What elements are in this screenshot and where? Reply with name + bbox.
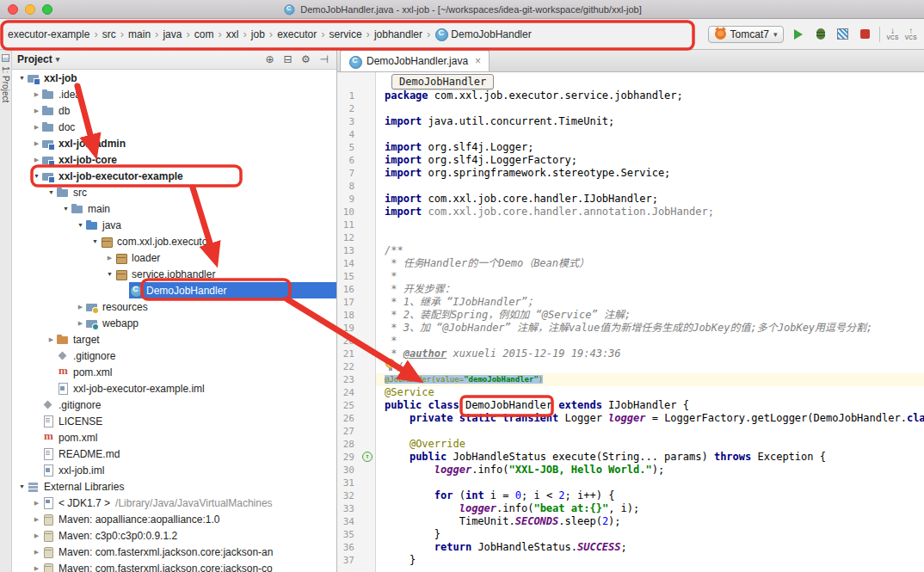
chevron-collapsed-icon[interactable]: ▶ <box>32 516 41 523</box>
run-button[interactable] <box>790 26 806 42</box>
gutter-line-number[interactable]: 23 <box>337 373 375 386</box>
breadcrumb-item[interactable]: service <box>327 27 365 42</box>
close-tab-icon[interactable]: × <box>475 55 481 67</box>
tree-item[interactable]: ▶loader <box>12 249 336 266</box>
gutter-line-number[interactable]: 27 <box>337 425 375 438</box>
tree-item[interactable]: ▼service.jobhandler <box>12 266 336 282</box>
gutter-line-number[interactable]: 14 <box>337 257 375 270</box>
code-line[interactable] <box>376 218 924 231</box>
gutter-line-number[interactable]: 17 <box>337 296 375 309</box>
code-line[interactable]: private static transient Logger logger =… <box>376 412 924 425</box>
gutter-line-number[interactable]: 2 <box>337 102 375 115</box>
tree-item[interactable]: .gitignore <box>12 397 336 413</box>
settings-gear-icon[interactable]: ⚙ <box>299 53 313 65</box>
code-line[interactable] <box>376 128 924 141</box>
code-line[interactable]: /** <box>376 244 924 257</box>
chevron-expanded-icon[interactable]: ▼ <box>90 238 100 244</box>
tree-item[interactable]: ▼main <box>12 200 336 217</box>
code-line[interactable]: * 1、继承 “IJobHandler”； <box>376 296 924 309</box>
code-line[interactable]: import com.xxl.job.core.handler.annotati… <box>376 206 924 218</box>
locate-file-icon[interactable]: ⊕ <box>262 53 277 65</box>
gutter-line-number[interactable]: 13 <box>337 244 375 257</box>
chevron-collapsed-icon[interactable]: ▶ <box>76 320 85 327</box>
breadcrumb-item[interactable]: jobhandler <box>372 27 425 42</box>
code-line[interactable] <box>376 477 924 489</box>
tree-item[interactable]: ▶xxl-job-admin <box>12 135 336 151</box>
gutter-line-number[interactable]: 37 <box>337 554 375 567</box>
project-view-dropdown[interactable]: Project ▾ <box>17 53 59 65</box>
breadcrumb-item[interactable]: java <box>160 27 184 42</box>
close-window-button[interactable] <box>8 4 18 15</box>
chevron-collapsed-icon[interactable]: ▶ <box>32 140 41 147</box>
override-marker-icon[interactable]: ↑ <box>362 452 373 462</box>
gutter-line-number[interactable]: 9 <box>337 193 375 206</box>
gutter-line-number[interactable]: 20 <box>337 335 375 348</box>
chevron-collapsed-icon[interactable]: ▶ <box>46 336 56 343</box>
code-line[interactable]: @JobHander(value="demoJobHandler") <box>376 373 924 386</box>
gutter-line-number[interactable]: 12 <box>337 231 375 244</box>
tree-item[interactable]: LICENSE <box>12 413 336 429</box>
debug-button[interactable] <box>812 26 829 42</box>
vcs-update-button[interactable]: ↓ VCS <box>886 27 898 41</box>
tree-item[interactable]: ▶resources <box>12 298 336 315</box>
chevron-collapsed-icon[interactable]: ▶ <box>32 532 41 539</box>
chevron-expanded-icon[interactable]: ▼ <box>46 189 56 195</box>
code-line[interactable]: */ <box>376 360 924 373</box>
tree-item[interactable]: ▶< JDK1.7 >/Library/Java/JavaVirtualMach… <box>12 495 336 511</box>
collapse-all-icon[interactable]: ⊟ <box>280 53 295 65</box>
chevron-expanded-icon[interactable]: ▼ <box>61 206 71 212</box>
gutter-line-number[interactable]: 28 <box>337 438 375 451</box>
tree-item[interactable]: ▶db <box>12 102 336 119</box>
code-line[interactable]: } <box>376 528 924 541</box>
tree-item[interactable]: ▶.idea <box>12 86 336 102</box>
code-line[interactable]: * <box>376 335 924 348</box>
tree-item[interactable]: ▼src <box>12 184 336 200</box>
gutter-line-number[interactable]: 21 <box>337 348 375 360</box>
code-line[interactable]: import com.xxl.job.core.handler.IJobHand… <box>376 193 924 206</box>
tree-item[interactable]: xxl-job.iml <box>12 462 336 478</box>
code-line[interactable]: public class DemoJobHandler extends IJob… <box>376 399 924 412</box>
code-line[interactable]: logger.info("XXL-JOB, Hello World."); <box>376 464 924 477</box>
chevron-collapsed-icon[interactable]: ▶ <box>32 565 41 572</box>
gutter-line-number[interactable]: 19 <box>337 322 375 335</box>
run-configuration-select[interactable]: Tomcat7 ▾ <box>708 26 785 43</box>
tree-item[interactable]: pom.xml <box>12 429 336 446</box>
tree-item[interactable]: ▶webapp <box>12 315 336 331</box>
code-line[interactable] <box>376 102 924 115</box>
code-line[interactable]: import java.util.concurrent.TimeUnit; <box>376 115 924 128</box>
code-line[interactable] <box>376 180 924 193</box>
gutter-line-number[interactable]: 22 <box>337 360 375 373</box>
chevron-expanded-icon[interactable]: ▼ <box>17 75 27 81</box>
gutter-line-number[interactable]: 33 <box>337 502 375 515</box>
code-line[interactable]: import org.slf4j.Logger; <box>376 141 924 154</box>
tree-item[interactable]: README.md <box>12 446 336 462</box>
chevron-collapsed-icon[interactable]: ▶ <box>32 157 41 163</box>
gutter-line-number[interactable]: 7 <box>337 167 375 180</box>
tree-item[interactable]: ▶Maven: aopalliance:aopalliance:1.0 <box>12 511 336 527</box>
code-line[interactable]: public JobHandleStatus execute(String...… <box>376 451 924 464</box>
tree-item[interactable]: ▼xxl-job-executor-example <box>12 168 336 184</box>
code-line[interactable]: @Override <box>376 438 924 451</box>
tree-item[interactable]: ▼xxl-job <box>12 70 336 86</box>
chevron-collapsed-icon[interactable]: ▶ <box>32 549 41 556</box>
code-area[interactable]: package com.xxl.job.executor.service.job… <box>376 72 924 572</box>
chevron-collapsed-icon[interactable]: ▶ <box>76 304 85 311</box>
gutter-line-number[interactable]: 18 <box>337 309 375 322</box>
gutter-line-number[interactable]: 1 <box>337 89 375 102</box>
gutter-line-number[interactable]: 11 <box>337 218 375 231</box>
code-line[interactable] <box>376 425 924 438</box>
gutter-line-number[interactable]: 34 <box>337 515 375 528</box>
gutter-line-number[interactable]: 32 <box>337 489 375 502</box>
maximize-window-button[interactable] <box>42 4 52 15</box>
breadcrumb-item[interactable]: job <box>249 27 268 42</box>
code-line[interactable]: * 任务Handler的一个Demo（Bean模式） <box>376 257 924 270</box>
tree-item[interactable]: DemoJobHandler <box>12 282 336 298</box>
project-tool-window-icon[interactable] <box>2 54 9 62</box>
breadcrumb-item[interactable]: main <box>126 27 153 42</box>
gutter-line-number[interactable]: 30 <box>337 464 375 477</box>
breadcrumb-item[interactable]: executor <box>274 27 319 42</box>
vcs-commit-button[interactable]: ↑ VCS <box>905 27 917 41</box>
tree-item[interactable]: pom.xml <box>12 364 336 380</box>
gutter-line-number[interactable]: 10 <box>337 206 375 218</box>
code-line[interactable]: import org.springframework.stereotype.Se… <box>376 167 924 180</box>
